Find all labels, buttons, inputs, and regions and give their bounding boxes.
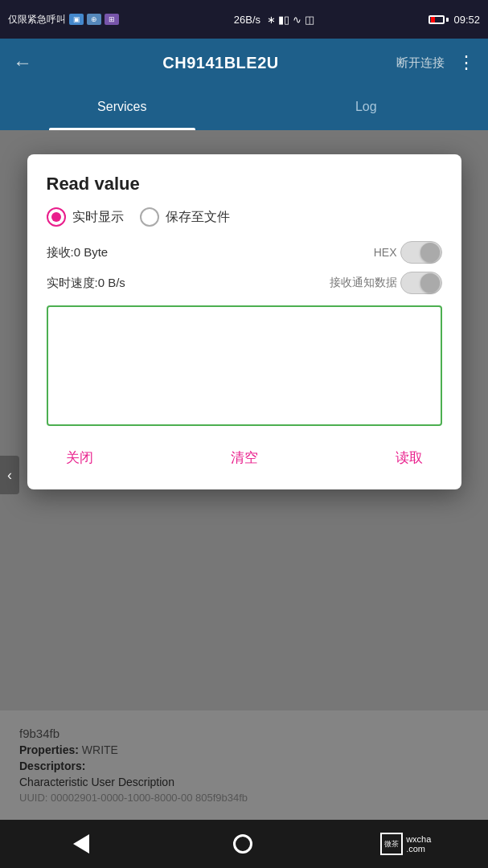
notify-label: 接收通知数据 — [330, 276, 397, 290]
clear-button[interactable]: 清空 — [218, 442, 271, 473]
status-left: 仅限紧急呼叫 ▣ ⊕ ⊞ — [8, 13, 119, 27]
app-icon-2: ⊕ — [87, 14, 101, 25]
receive-info-row: 接收:0 Byte HEX — [47, 241, 442, 264]
tab-services[interactable]: Services — [0, 87, 244, 130]
receive-label: 接收:0 Byte — [47, 245, 109, 260]
hex-label: HEX — [374, 246, 397, 259]
radio-realtime-circle[interactable] — [47, 207, 66, 227]
dialog-title: Read value — [47, 174, 442, 194]
hex-toggle[interactable] — [400, 241, 442, 264]
wecha-logo: 微茶 wxcha .com — [380, 833, 431, 855]
app-icon-3: ⊞ — [105, 14, 119, 25]
tab-log[interactable]: Log — [244, 87, 489, 130]
app-icon-1: ▣ — [69, 14, 84, 25]
radio-realtime-label: 实时显示 — [72, 209, 124, 226]
radio-savefile-label: 保存至文件 — [166, 209, 230, 226]
status-data-speed: 26B/s ∗ ▮▯ ∿ ◫ — [234, 14, 314, 26]
hex-toggle-container: HEX — [374, 241, 442, 264]
signal-icon: ▮▯ — [278, 14, 289, 26]
top-bar-actions: 断开连接 ⋮ — [396, 54, 475, 72]
back-triangle-icon — [73, 834, 89, 854]
wecha-suffix: wxcha — [406, 834, 431, 844]
status-bar: 仅限紧急呼叫 ▣ ⊕ ⊞ 26B/s ∗ ▮▯ ∿ ◫ 09:52 — [0, 0, 488, 39]
dialog-overlay: Read value 实时显示 保存至文件 接收:0 Byte HEX 实时速度… — [0, 130, 488, 820]
tab-bar: Services Log — [0, 87, 488, 130]
read-value-dialog: Read value 实时显示 保存至文件 接收:0 Byte HEX 实时速度… — [27, 154, 461, 489]
page-title: CH9141BLE2U — [45, 54, 396, 72]
radio-realtime[interactable]: 实时显示 — [47, 207, 124, 227]
radio-savefile-circle[interactable] — [140, 207, 159, 227]
disconnect-button[interactable]: 断开连接 — [396, 55, 445, 71]
hex-toggle-knob — [420, 243, 440, 262]
more-button[interactable]: ⋮ — [457, 54, 475, 72]
notify-toggle[interactable] — [400, 272, 442, 294]
home-nav-button[interactable] — [219, 828, 267, 860]
text-display-area[interactable] — [47, 305, 442, 426]
wecha-box-icon: 微茶 — [380, 833, 403, 855]
wecha-dotcom: .com — [406, 844, 431, 854]
notify-toggle-knob — [420, 273, 440, 293]
bluetooth-icon: ∗ — [267, 14, 276, 26]
back-button[interactable]: ← — [13, 51, 32, 74]
realtime-speed-label: 实时速度:0 B/s — [47, 276, 125, 291]
battery-icon — [429, 15, 449, 24]
top-bar: ← CH9141BLE2U 断开连接 ⋮ — [0, 39, 488, 87]
notify-toggle-container: 接收通知数据 — [330, 272, 442, 294]
bottom-nav: 微茶 wxcha .com — [0, 820, 488, 868]
time-display: 09:52 — [453, 14, 480, 26]
radio-save-file[interactable]: 保存至文件 — [140, 207, 230, 227]
read-button[interactable]: 读取 — [383, 442, 436, 473]
status-right: 09:52 — [429, 14, 480, 26]
realtime-speed-row: 实时速度:0 B/s 接收通知数据 — [47, 272, 442, 294]
emergency-label: 仅限紧急呼叫 — [8, 13, 66, 27]
back-nav-button[interactable] — [57, 828, 105, 860]
home-circle-icon — [233, 834, 252, 854]
close-button[interactable]: 关闭 — [53, 442, 106, 473]
sim-icon: ◫ — [305, 14, 314, 26]
wifi-icon: ∿ — [293, 14, 301, 26]
radio-group: 实时显示 保存至文件 — [47, 207, 442, 227]
dialog-buttons: 关闭 清空 读取 — [47, 439, 442, 477]
